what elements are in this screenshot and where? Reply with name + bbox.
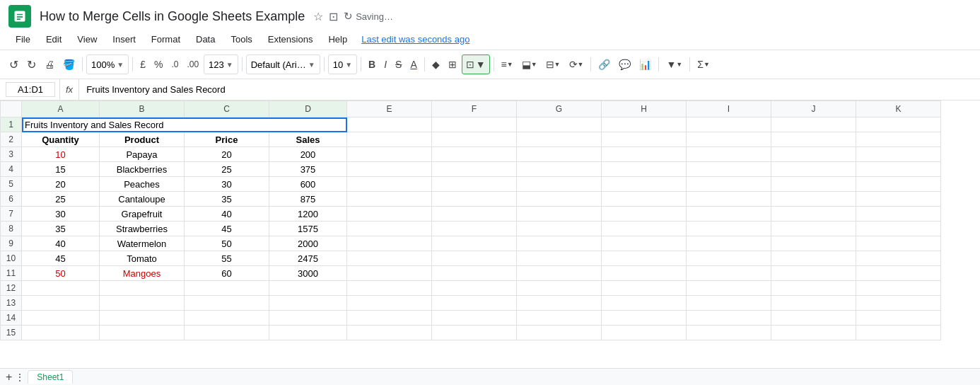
table-cell[interactable]: 20 xyxy=(185,147,269,162)
empty-cell[interactable] xyxy=(432,132,517,147)
table-cell[interactable] xyxy=(185,326,269,340)
empty-cell[interactable] xyxy=(856,222,941,236)
empty-cell[interactable] xyxy=(432,192,517,207)
title-icons[interactable]: ☆ ⊡ xyxy=(313,10,338,23)
empty-cell[interactable] xyxy=(347,117,432,132)
table-cell[interactable]: Watermelon xyxy=(100,236,185,251)
col-header-f[interactable]: F xyxy=(432,101,517,117)
empty-cell[interactable] xyxy=(856,132,941,147)
table-cell[interactable] xyxy=(269,326,347,340)
empty-cell[interactable] xyxy=(856,311,941,326)
drive-icon[interactable]: ⊡ xyxy=(329,10,338,23)
empty-cell[interactable] xyxy=(687,296,771,311)
table-cell[interactable]: 1200 xyxy=(269,207,347,222)
merge-cells-button[interactable]: ⊡ ▼ xyxy=(462,54,490,74)
empty-cell[interactable] xyxy=(602,147,687,162)
empty-cell[interactable] xyxy=(517,236,602,251)
empty-cell[interactable] xyxy=(602,132,687,147)
table-cell[interactable] xyxy=(22,296,100,311)
print-button[interactable]: 🖨 xyxy=(41,54,58,74)
empty-cell[interactable] xyxy=(687,281,771,296)
table-cell[interactable]: Papaya xyxy=(100,147,185,162)
col-header-i[interactable]: I xyxy=(687,101,771,117)
table-cell[interactable]: 40 xyxy=(22,236,100,251)
empty-cell[interactable] xyxy=(771,296,856,311)
sheet-tab-sheet1[interactable]: Sheet1 xyxy=(28,370,73,384)
menu-help[interactable]: Help xyxy=(321,31,354,47)
empty-cell[interactable] xyxy=(602,207,687,222)
empty-cell[interactable] xyxy=(771,236,856,251)
empty-cell[interactable] xyxy=(347,222,432,236)
empty-cell[interactable] xyxy=(602,311,687,326)
font-family-dropdown[interactable]: Default (Ari… ▼ xyxy=(246,54,320,74)
empty-cell[interactable] xyxy=(347,236,432,251)
empty-cell[interactable] xyxy=(347,147,432,162)
align-v-button[interactable]: ⬓▼ xyxy=(518,54,541,74)
empty-cell[interactable] xyxy=(432,266,517,281)
col-header-e[interactable]: E xyxy=(347,101,432,117)
table-cell[interactable]: Blackberries xyxy=(100,162,185,177)
menu-format[interactable]: Format xyxy=(144,31,187,47)
table-cell[interactable]: Sales xyxy=(269,132,347,147)
table-cell[interactable] xyxy=(185,296,269,311)
dec-decimals-button[interactable]: .0 xyxy=(168,54,182,74)
table-cell[interactable]: 2475 xyxy=(269,251,347,266)
table-cell[interactable] xyxy=(100,281,185,296)
table-cell[interactable]: 35 xyxy=(22,222,100,236)
inc-decimals-button[interactable]: .00 xyxy=(183,54,202,74)
table-cell[interactable]: 45 xyxy=(185,222,269,236)
empty-cell[interactable] xyxy=(432,251,517,266)
empty-cell[interactable] xyxy=(347,311,432,326)
empty-cell[interactable] xyxy=(347,132,432,147)
table-cell[interactable]: 25 xyxy=(185,162,269,177)
italic-button[interactable]: I xyxy=(380,54,390,74)
empty-cell[interactable] xyxy=(602,281,687,296)
merged-cell-a1d1[interactable]: Fruits Inventory and Sales Record xyxy=(22,117,347,132)
empty-cell[interactable] xyxy=(771,117,856,132)
empty-cell[interactable] xyxy=(771,177,856,192)
empty-cell[interactable] xyxy=(687,222,771,236)
empty-cell[interactable] xyxy=(771,192,856,207)
empty-cell[interactable] xyxy=(432,281,517,296)
chart-button[interactable]: 📊 xyxy=(636,54,655,74)
redo-button[interactable]: ↻ xyxy=(23,54,40,74)
table-cell[interactable]: 3000 xyxy=(269,266,347,281)
link-button[interactable]: 🔗 xyxy=(595,54,614,74)
table-cell[interactable] xyxy=(22,281,100,296)
empty-cell[interactable] xyxy=(602,326,687,340)
zoom-dropdown[interactable]: 100% ▼ xyxy=(86,54,129,74)
empty-cell[interactable] xyxy=(432,311,517,326)
rotate-button[interactable]: ⟳▼ xyxy=(566,54,588,74)
empty-cell[interactable] xyxy=(432,117,517,132)
col-header-b[interactable]: B xyxy=(100,101,185,117)
col-header-c[interactable]: C xyxy=(185,101,269,117)
empty-cell[interactable] xyxy=(687,207,771,222)
empty-cell[interactable] xyxy=(602,117,687,132)
empty-cell[interactable] xyxy=(771,132,856,147)
strikethrough-button[interactable]: S xyxy=(392,54,405,74)
empty-cell[interactable] xyxy=(771,162,856,177)
empty-cell[interactable] xyxy=(687,192,771,207)
empty-cell[interactable] xyxy=(517,266,602,281)
empty-cell[interactable] xyxy=(347,177,432,192)
empty-cell[interactable] xyxy=(771,311,856,326)
empty-cell[interactable] xyxy=(432,222,517,236)
empty-cell[interactable] xyxy=(687,147,771,162)
empty-cell[interactable] xyxy=(517,207,602,222)
empty-cell[interactable] xyxy=(856,266,941,281)
table-cell[interactable]: 40 xyxy=(185,207,269,222)
empty-cell[interactable] xyxy=(856,192,941,207)
empty-cell[interactable] xyxy=(856,281,941,296)
empty-cell[interactable] xyxy=(347,251,432,266)
table-cell[interactable]: 35 xyxy=(185,192,269,207)
filter-button[interactable]: ▼▼ xyxy=(663,54,686,74)
grid-wrapper[interactable]: A B C D E F G H I J K 1Fruits Inventory … xyxy=(0,100,980,368)
empty-cell[interactable] xyxy=(856,162,941,177)
empty-cell[interactable] xyxy=(517,251,602,266)
table-cell[interactable] xyxy=(185,281,269,296)
menu-edit[interactable]: Edit xyxy=(39,31,69,47)
table-cell[interactable] xyxy=(269,281,347,296)
empty-cell[interactable] xyxy=(602,236,687,251)
empty-cell[interactable] xyxy=(517,296,602,311)
empty-cell[interactable] xyxy=(517,177,602,192)
